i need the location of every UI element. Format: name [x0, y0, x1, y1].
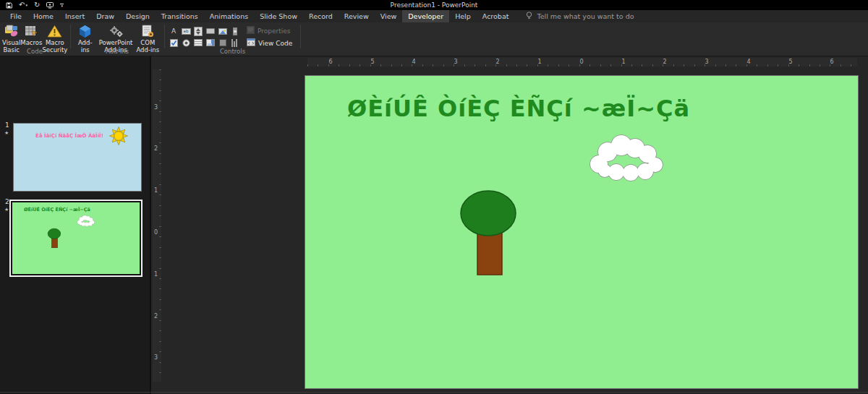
command-button-control-icon[interactable] [205, 27, 216, 35]
tell-me-box[interactable]: Tell me what you want to do [526, 10, 634, 22]
tab-developer[interactable]: Developer [402, 10, 449, 22]
h-ruler-number: 4 [746, 59, 750, 65]
h-ruler-number: 5 [370, 59, 374, 65]
ribbon-group-code: Visual Basic Macros Macro Security Code [0, 22, 69, 56]
tab-draw[interactable]: Draw [90, 10, 120, 22]
slide-2-number: 2 [5, 198, 9, 205]
properties-icon [247, 26, 255, 35]
slide-1-title-text: Èå ÏäíÇí ÑäåÇ ÎæÔ ÂãÏíÏ! [27, 133, 112, 139]
ribbon-separator [164, 25, 165, 48]
controls-icon-grid: A ab [169, 27, 241, 48]
v-ruler-number: 2 [154, 145, 158, 152]
group-label-controls: Controls [166, 48, 299, 55]
slide-2-animation-star-icon[interactable]: ★ [4, 207, 9, 213]
tab-transitions[interactable]: Transitions [156, 10, 204, 22]
more-controls-icon[interactable] [230, 38, 240, 47]
h-ruler-number: 3 [454, 59, 457, 65]
slide-title-text[interactable]: ØÈíÚÊ ÒíÈÇ ÈÑÇí ~æÏ~Çä [347, 95, 648, 122]
h-ruler-number: 2 [663, 59, 666, 65]
slide-canvas[interactable]: ØÈíÚÊ ÒíÈÇ ÈÑÇí ~æÏ~Çä [305, 75, 859, 389]
visual-basic-icon [4, 24, 20, 39]
tree-crown [461, 191, 516, 236]
spin-button-control-icon[interactable] [193, 27, 203, 35]
tab-insert[interactable]: Insert [59, 10, 90, 22]
v-ruler-number: 0 [154, 229, 158, 236]
v-ruler-number: 1 [154, 187, 158, 194]
view-code-label: View Code [258, 40, 292, 47]
macros-icon [23, 24, 39, 39]
macro-security-icon [47, 24, 63, 39]
slide-1-thumbnail[interactable]: Èå ÏäíÇí ÑäåÇ ÎæÔ ÂãÏíÏ! [13, 123, 142, 192]
macros-label: Macros [20, 40, 42, 47]
group-label-code: Code [0, 48, 69, 55]
h-ruler-number: 6 [328, 59, 332, 65]
slide-2-thumbnail[interactable]: ØÈíÚÊ ÒíÈÇ ÈÑÇí ~æÏ~Çä [12, 202, 140, 274]
sun-icon [109, 127, 128, 148]
vertical-ruler[interactable]: 3 2 1 0 1 2 3 [153, 69, 161, 382]
check-box-control-icon[interactable] [169, 38, 179, 47]
list-box-control-icon[interactable] [193, 38, 203, 47]
properties-label: Properties [258, 27, 290, 35]
cloud-shape[interactable] [587, 132, 664, 184]
v-ruler-number: 3 [154, 104, 158, 111]
label-control-icon[interactable]: A [169, 27, 179, 35]
ribbon-separator [300, 25, 301, 48]
status-bar-divider [0, 392, 868, 393]
combo-box-control-icon[interactable] [205, 38, 216, 47]
slide-thumbnails-panel: 1 ★ Èå ÏäíÇí ÑäåÇ ÎæÔ ÂãÏíÏ! 2 ★ [0, 56, 150, 394]
tree-shape[interactable] [457, 187, 516, 278]
ribbon-group-controls: A ab Properties View Code Controls [166, 22, 299, 56]
tab-design[interactable]: Design [120, 10, 156, 22]
slide-1-animation-star-icon[interactable]: ★ [4, 130, 9, 136]
tree-shape-mini [47, 228, 61, 251]
slide-1-number: 1 [5, 121, 9, 129]
option-button-control-icon[interactable] [181, 38, 191, 47]
tab-slide-show[interactable]: Slide Show [254, 10, 303, 22]
window-title: Presentation1 - PowerPoint [0, 0, 868, 10]
scroll-bar-control-icon[interactable] [230, 27, 240, 35]
properties-button: Properties [247, 26, 292, 35]
tab-view[interactable]: View [375, 10, 403, 22]
h-ruler-number: 1 [537, 59, 541, 65]
tree-trunk [477, 233, 502, 275]
tab-acrobat[interactable]: Acrobat [477, 10, 515, 22]
group-label-addins: Add-ins [72, 48, 163, 55]
v-ruler-number: 2 [154, 313, 158, 320]
tab-help[interactable]: Help [449, 10, 477, 22]
powerpoint-add-ins-icon [108, 24, 124, 39]
image-control-icon[interactable] [218, 27, 228, 35]
ribbon: Visual Basic Macros Macro Security Code [0, 22, 868, 56]
view-code-button[interactable]: View Code [247, 38, 292, 48]
ribbon-group-addins: Add-ins PowerPoint Add-ins COM Add-ins A… [72, 22, 163, 56]
com-add-ins-icon [140, 24, 156, 39]
tab-review[interactable]: Review [339, 10, 375, 22]
add-ins-icon [77, 24, 93, 39]
macros-button[interactable]: Macros [22, 24, 41, 47]
tab-animations[interactable]: Animations [204, 10, 254, 22]
cloud-shape-mini [77, 215, 95, 229]
lightbulb-icon [526, 12, 532, 21]
v-ruler-number: 3 [154, 354, 158, 361]
h-ruler-number: 4 [412, 59, 415, 65]
toggle-button-control-icon[interactable] [218, 38, 228, 47]
h-ruler-number: 5 [788, 59, 792, 65]
tell-me-label: Tell me what you want to do [537, 12, 634, 20]
tab-record[interactable]: Record [303, 10, 339, 22]
slide-2-title-text: ØÈíÚÊ ÒíÈÇ ÈÑÇí ~æÏ~Çä [22, 207, 92, 213]
title-bar: ↶▾ ↻ ▾ Presentation1 - PowerPoint [0, 0, 868, 10]
h-ruler-number: 1 [621, 59, 625, 65]
h-ruler-number: 6 [830, 59, 833, 65]
view-code-icon [247, 38, 255, 48]
ribbon-separator [70, 25, 71, 48]
tab-file[interactable]: File [4, 10, 27, 22]
h-ruler-number: 3 [705, 59, 708, 65]
horizontal-ruler[interactable]: 6 5 4 3 2 1 0 1 2 3 4 5 6 [307, 58, 857, 67]
ribbon-tab-bar: File Home Insert Draw Design Transitions… [0, 10, 868, 22]
h-ruler-number: 0 [579, 59, 583, 65]
v-ruler-number: 1 [154, 271, 158, 278]
h-ruler-number: 2 [495, 59, 499, 65]
slide-2-thumbnail-selected[interactable]: ØÈíÚÊ ÒíÈÇ ÈÑÇí ~æÏ~Çä [9, 200, 142, 277]
text-box-control-icon[interactable]: ab [181, 27, 191, 35]
tab-home[interactable]: Home [27, 10, 59, 22]
